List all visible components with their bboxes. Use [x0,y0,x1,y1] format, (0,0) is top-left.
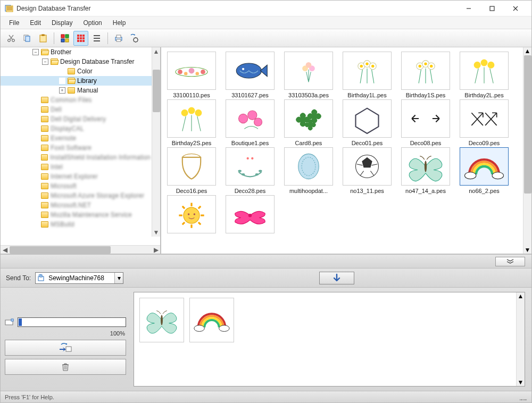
tree-node-blurred[interactable]: Microsoft [1,181,152,191]
resize-grip-icon[interactable] [520,393,527,401]
thumb-preview[interactable] [401,99,450,138]
transfer-button[interactable] [5,340,126,356]
tree-node-blurred[interactable]: Microsoft Azure Storage Explorer [1,191,152,200]
thumb-item[interactable] [222,195,278,242]
thumbnail-scroll[interactable]: 33100110.pes33101627.pes33103503a.pesBir… [161,47,531,254]
scroll-right-icon[interactable]: ▶ [152,246,160,254]
scroll-thumb[interactable] [10,246,111,254]
thumb-preview[interactable] [167,147,216,186]
menu-display[interactable]: Display [46,16,78,29]
scroll-down-icon[interactable]: ▼ [525,246,531,254]
tree-node-library[interactable]: Library [1,76,152,86]
thumb-preview[interactable] [226,52,275,90]
thumb-item[interactable] [163,195,220,242]
tree-node-blurred[interactable]: Common Files [1,95,152,105]
tree-node-blurred[interactable]: Evernote [1,133,152,143]
tree-node-manual[interactable]: +Manual [1,86,152,95]
queue-item[interactable] [139,298,184,342]
thumb-preview[interactable] [226,147,275,186]
thumb-preview[interactable] [343,52,392,90]
menu-edit[interactable]: Edit [24,16,46,29]
tree-node-app[interactable]: −Design Database Transfer [1,57,152,66]
print-button[interactable] [111,31,126,46]
thumb-preview[interactable] [226,195,275,233]
tree-vscrollbar[interactable]: ▲ ▼ [152,47,160,237]
tree-node-blurred[interactable]: DisplayCAL [1,124,152,133]
tree-node-blurred[interactable]: Microsoft.NET [1,200,152,210]
thumb-preview[interactable] [284,147,333,186]
thumb-preview[interactable] [167,195,216,233]
thumb-preview[interactable] [167,99,216,138]
collapse-icon[interactable]: − [42,58,48,65]
thumb-item[interactable]: Boutique1.pes [222,99,278,146]
thumb-item[interactable]: Birthday1S.pes [397,52,454,98]
tree-node-blurred[interactable]: Foxit Software [1,143,152,153]
minimize-button[interactable] [457,1,480,16]
maximize-button[interactable] [480,1,504,16]
thumb-preview[interactable] [284,52,333,90]
scroll-up-icon[interactable]: ▲ [518,292,524,300]
thumb-item[interactable]: no47_14_a.pes [397,147,454,194]
thumb-item[interactable]: Deco28.pes [222,147,278,194]
thumb-item[interactable]: Birthday2S.pes [163,99,220,146]
thumb-preview[interactable] [460,99,509,138]
scroll-thumb[interactable] [524,55,531,194]
tree-node-color[interactable]: Color [1,66,152,76]
tree-node-blurred[interactable]: Mozilla Maintenance Service [1,210,152,220]
thumb-item[interactable]: Deco08.pes [397,99,454,146]
cut-button[interactable] [4,31,19,46]
scroll-down-icon[interactable]: ▼ [518,379,524,386]
thumb-item[interactable]: no13_11.pes [339,147,395,194]
chevron-down-icon[interactable]: ▾ [114,273,123,283]
tree-node-blurred[interactable]: MSBuild [1,220,152,229]
thumb-item[interactable]: Card8.pes [280,99,337,146]
scroll-thumb[interactable] [153,70,160,112]
scroll-down-icon[interactable]: ▼ [152,228,161,237]
thumb-preview[interactable] [343,147,392,186]
thumb-item[interactable]: Deco01.pes [339,99,395,146]
view-large-icons-button[interactable] [57,31,72,46]
menu-file[interactable]: File [4,16,24,29]
thumb-preview[interactable] [226,99,275,138]
tree-node-blurred[interactable]: Intel [1,162,152,172]
settings-button[interactable] [127,31,142,46]
tree-node-blurred[interactable]: Dell [1,105,152,114]
menu-help[interactable]: Help [107,16,131,29]
collapse-panel-button[interactable] [495,257,525,266]
thumb-vscrollbar[interactable]: ▲ ▼ [523,47,531,254]
thumb-preview[interactable] [460,147,509,186]
folder-tree[interactable]: −Brother −Design Database Transfer Color… [1,47,152,237]
tree-node-blurred[interactable]: InstallShield Installation Information [1,153,152,162]
thumb-item[interactable]: Birthday1L.pes [339,52,395,98]
thumb-item[interactable]: Deco16.pes [163,147,220,194]
thumb-preview[interactable] [343,99,392,138]
paste-button[interactable] [36,31,51,46]
queue-vscrollbar[interactable]: ▲ ▼ [516,292,525,386]
tree-node-blurred[interactable]: Internet Explorer [1,172,152,181]
close-button[interactable] [504,1,527,16]
sendto-combobox[interactable]: SewingMachine768 ▾ [35,272,123,284]
tree-hscrollbar[interactable]: ◀ ▶ [1,245,160,254]
scroll-left-icon[interactable]: ◀ [1,246,9,254]
thumb-item[interactable]: no66_2.pes [456,147,512,194]
add-to-queue-button[interactable] [319,272,354,284]
thumb-item[interactable]: Deco09.pes [456,99,512,146]
thumb-item[interactable]: Birthday2L.pes [456,52,512,98]
transfer-queue[interactable]: ▲ ▼ [134,292,525,387]
thumb-item[interactable]: multihoopdat... [280,147,337,194]
thumb-preview[interactable] [401,147,450,186]
thumb-item[interactable]: 33101627.pes [222,52,278,98]
thumb-preview[interactable] [401,52,450,90]
tree-node-blurred[interactable]: Dell Digital Delivery [1,114,152,124]
collapse-icon[interactable]: − [32,49,39,55]
thumb-preview[interactable] [284,99,333,138]
copy-button[interactable] [20,31,35,46]
thumb-preview[interactable] [460,52,509,90]
queue-item[interactable] [189,298,234,342]
view-small-icons-button[interactable] [73,31,88,46]
tree-node-brother[interactable]: −Brother [1,47,152,57]
expand-icon[interactable]: + [59,87,65,94]
scroll-up-icon[interactable]: ▲ [152,47,161,56]
thumb-item[interactable]: 33103503a.pes [280,52,337,98]
view-list-button[interactable] [89,31,104,46]
